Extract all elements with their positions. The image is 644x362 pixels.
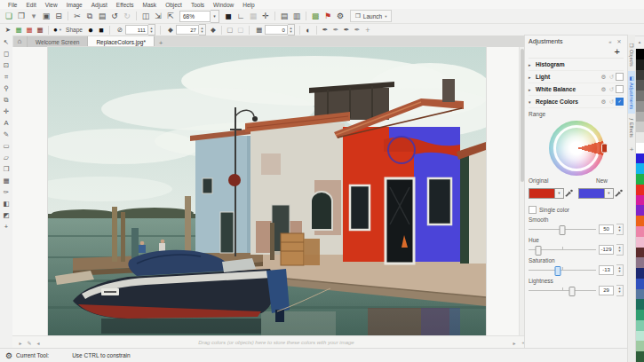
photo[interactable]	[48, 47, 486, 335]
rectangle-tool[interactable]: ▭	[1, 141, 12, 151]
smooth-value[interactable]: 50	[599, 224, 614, 234]
selected-color-wedge[interactable]	[549, 121, 604, 176]
fill-tool[interactable]: ◧	[1, 199, 12, 209]
light-enable-checkbox[interactable]	[616, 73, 624, 81]
eyedropper-tool[interactable]: ✑	[1, 187, 12, 197]
original-eyedropper-icon[interactable]	[564, 185, 574, 201]
expand-property-bar-button[interactable]: +	[362, 25, 373, 35]
palette-color-7[interactable]	[636, 122, 644, 132]
crop-tool[interactable]: ⌗	[1, 72, 12, 82]
lightness-value[interactable]: 29	[599, 286, 614, 295]
feather-edge-icon[interactable]: ▢	[235, 25, 246, 35]
saturation-spinner[interactable]: ▲▼	[616, 264, 624, 276]
zoom-caret-icon[interactable]: ▾	[211, 10, 219, 23]
palette-color-16[interactable]	[636, 216, 644, 226]
touch-up-tool[interactable]: ✛	[1, 106, 12, 116]
print-icon[interactable]: ⊟	[52, 10, 65, 22]
replace-colors-reset-icon[interactable]: ↺	[608, 98, 616, 106]
canvas-area[interactable]	[12, 47, 519, 335]
round-nib-button[interactable]: ●	[85, 25, 96, 35]
copy-icon[interactable]: ⧉	[83, 10, 96, 22]
mask-transform-tool[interactable]: ⊡	[1, 60, 12, 70]
add-tool-button[interactable]: +	[1, 222, 12, 232]
grid-icon[interactable]: ▦	[247, 10, 259, 22]
dock-arrows-icon[interactable]: «	[606, 39, 615, 44]
soft-edge-icon[interactable]: ◆	[208, 25, 219, 35]
original-color-caret-icon[interactable]: ▾	[555, 188, 564, 199]
smooth-spinner[interactable]: ▲▼	[616, 224, 624, 235]
section-white-balance[interactable]: ▸ White Balance ⚙ ↺	[529, 83, 624, 96]
square-nib-button[interactable]: ■	[96, 25, 107, 35]
section-replace-colors[interactable]: ▾ Replace Colors ⚙ ↺ ✓	[529, 96, 624, 108]
palette-color-15[interactable]	[636, 205, 644, 216]
import-icon[interactable]: ⇲	[152, 10, 164, 22]
light-options-gear-icon[interactable]: ⚙	[600, 74, 608, 81]
palette-color-5[interactable]	[636, 101, 644, 112]
palette-editor-icon[interactable]: ▩	[309, 10, 322, 22]
brush-settings-icon[interactable]: ✒	[320, 25, 330, 35]
menu-window[interactable]: Window	[209, 2, 238, 8]
full-screen-preview-icon[interactable]: ◫	[139, 10, 152, 22]
transparency-spinner[interactable]: ▲▼	[288, 24, 295, 35]
smooth-slider-thumb[interactable]	[560, 225, 566, 235]
tab-welcome-screen[interactable]: Welcome Screen	[28, 36, 88, 47]
palette-color-24[interactable]	[636, 299, 644, 310]
cut-icon[interactable]: ✂	[71, 10, 83, 22]
feather-field[interactable]: ◆ 27 ▲▼	[165, 24, 206, 35]
palette-scroll-up-icon[interactable]: ▴	[635, 35, 644, 48]
nib-size-input[interactable]: 111	[125, 25, 148, 35]
palette-color-21[interactable]	[636, 268, 644, 279]
palette-color-26[interactable]	[636, 320, 644, 331]
nib-size-spinner[interactable]: ▲▼	[148, 24, 155, 35]
page-preview-icon[interactable]: ▥	[290, 10, 303, 22]
home-tab-icon[interactable]: ⌂	[12, 36, 28, 47]
white-balance-options-gear-icon[interactable]: ⚙	[600, 86, 608, 93]
palette-color-14[interactable]	[636, 195, 644, 206]
zoom-level-combo[interactable]: 68% ▾	[179, 10, 219, 23]
snap-icon[interactable]: ✛	[259, 10, 272, 22]
anti-alias-icon[interactable]: ▢	[225, 25, 235, 35]
palette-color-23[interactable]	[636, 289, 644, 300]
export-icon[interactable]: ⇱	[164, 10, 177, 22]
review-flag-icon[interactable]: ⚑	[322, 10, 334, 22]
mask-rectangle-tool[interactable]: ◻	[1, 49, 12, 59]
palette-color-20[interactable]	[636, 257, 644, 268]
palette-color-4[interactable]	[636, 90, 644, 101]
palette-options-icon[interactable]: ▸	[16, 340, 25, 346]
palette-color-1[interactable]	[636, 59, 644, 70]
light-collapse-icon[interactable]: ▸	[529, 75, 536, 80]
palette-color-8[interactable]	[636, 132, 644, 143]
replace-colors-collapse-icon[interactable]: ▾	[529, 99, 536, 105]
palette-color-12[interactable]	[636, 174, 644, 185]
single-color-checkbox[interactable]	[529, 206, 537, 214]
saturation-slider-thumb[interactable]	[554, 266, 561, 276]
new-eyedropper-icon[interactable]	[614, 185, 624, 201]
brush-edge-icon[interactable]: ✒	[341, 25, 352, 35]
replace-colors-options-gear-icon[interactable]: ⚙	[600, 98, 608, 106]
menu-help[interactable]: Help	[238, 2, 258, 8]
merge-mode-icon[interactable]: ◐	[303, 25, 314, 35]
smooth-slider[interactable]	[529, 224, 596, 234]
clone-tool[interactable]: ⧉	[1, 95, 12, 105]
lightness-slider[interactable]	[529, 286, 596, 295]
new-color-caret-icon[interactable]: ▾	[605, 188, 614, 199]
hue-spinner[interactable]: ▲▼	[616, 244, 624, 256]
menu-image[interactable]: Image	[62, 2, 87, 8]
saturation-slider[interactable]	[529, 265, 596, 275]
lightness-slider-thumb[interactable]	[568, 287, 575, 296]
wheel-handle[interactable]	[601, 144, 608, 153]
symmetry-dark-icon[interactable]: ▦	[35, 25, 45, 35]
symmetry-green-icon[interactable]: ▦	[13, 25, 24, 35]
tab-replacecolors-document[interactable]: ReplaceColors.jpg*	[88, 36, 155, 47]
open-caret-icon[interactable]: ▾	[28, 10, 40, 22]
palette-scroll-right-icon[interactable]: ▸	[510, 340, 519, 346]
fit-to-screen-icon[interactable]: ◼	[222, 10, 235, 22]
zoom-level-value[interactable]: 68%	[179, 11, 211, 22]
section-light[interactable]: ▸ Light ⚙ ↺	[529, 71, 624, 83]
hue-slider-thumb[interactable]	[535, 246, 541, 256]
menu-file[interactable]: File	[4, 2, 21, 8]
saturation-value[interactable]: -13	[599, 265, 614, 275]
save-icon[interactable]: ▣	[40, 10, 52, 22]
palette-color-11[interactable]	[636, 163, 644, 174]
menu-object[interactable]: Object	[161, 2, 187, 8]
